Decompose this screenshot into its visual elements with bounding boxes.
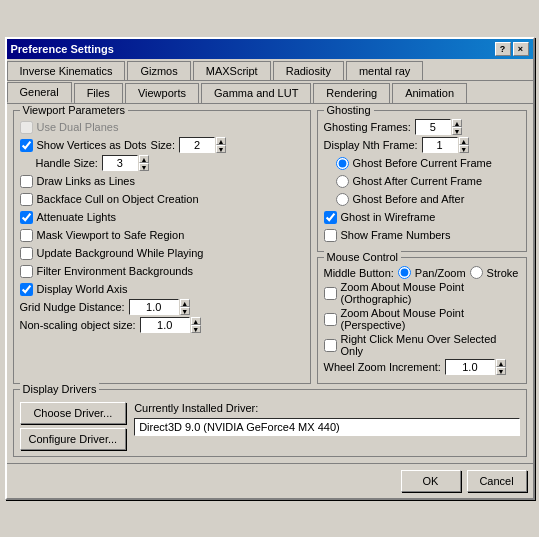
filter-environment-checkbox[interactable] [20, 265, 33, 278]
tab-radiosity[interactable]: Radiosity [273, 61, 344, 80]
middle-button-label: Middle Button: [324, 267, 394, 279]
display-nth-input[interactable]: 1 [422, 137, 458, 153]
grid-nudge-spinner: 1.0 ▲ ▼ [129, 299, 190, 315]
attenuate-lights-row: Attenuate Lights [20, 209, 304, 225]
update-background-label: Update Background While Playing [37, 247, 204, 259]
pan-zoom-radio[interactable] [398, 266, 411, 279]
tab-animation[interactable]: Animation [392, 83, 467, 103]
backface-cull-row: Backface Cull on Object Creation [20, 191, 304, 207]
tab-mental-ray[interactable]: mental ray [346, 61, 423, 80]
tab-viewports[interactable]: Viewports [125, 83, 199, 103]
tab-general[interactable]: General [7, 82, 72, 103]
wheel-zoom-label: Wheel Zoom Increment: [324, 361, 441, 373]
show-vertices-checkbox[interactable] [20, 139, 33, 152]
non-scaling-input[interactable]: 1.0 [140, 317, 190, 333]
handle-size-label: Handle Size: [20, 157, 98, 169]
zoom-persp-checkbox[interactable] [324, 313, 337, 326]
tab-files[interactable]: Files [74, 83, 123, 103]
backface-cull-checkbox[interactable] [20, 193, 33, 206]
zoom-persp-row: Zoom About Mouse Point (Perspective) [324, 307, 520, 331]
ghosting-frames-up-btn[interactable]: ▲ [452, 119, 462, 127]
size-up-btn[interactable]: ▲ [216, 137, 226, 145]
handle-size-input[interactable]: 3 [102, 155, 138, 171]
filter-environment-label: Filter Environment Backgrounds [37, 265, 194, 277]
ok-button[interactable]: OK [401, 470, 461, 492]
ghosting-group: Ghosting Ghosting Frames: 5 ▲ ▼ [317, 110, 527, 252]
wheel-zoom-down-btn[interactable]: ▼ [496, 367, 506, 375]
ghosting-inner: Ghosting Frames: 5 ▲ ▼ Display Nth Frame… [324, 119, 520, 243]
attenuate-lights-checkbox[interactable] [20, 211, 33, 224]
grid-nudge-up-btn[interactable]: ▲ [180, 299, 190, 307]
tab-rendering[interactable]: Rendering [313, 83, 390, 103]
display-nth-label: Display Nth Frame: [324, 139, 418, 151]
show-vertices-row: Show Vertices as Dots Size: 2 ▲ ▼ [20, 137, 304, 153]
right-click-checkbox[interactable] [324, 339, 337, 352]
wheel-zoom-up-btn[interactable]: ▲ [496, 359, 506, 367]
pan-zoom-label: Pan/Zoom [415, 267, 466, 279]
choose-driver-button[interactable]: Choose Driver... [20, 402, 127, 424]
ghost-before-after-label: Ghost Before and After [353, 193, 465, 205]
ghost-before-row: Ghost Before Current Frame [324, 155, 520, 171]
draw-links-label: Draw Links as Lines [37, 175, 135, 187]
update-background-checkbox[interactable] [20, 247, 33, 260]
display-drivers-inner: Choose Driver... Configure Driver... Cur… [20, 394, 520, 450]
stroke-radio[interactable] [470, 266, 483, 279]
ghosting-frames-down-btn[interactable]: ▼ [452, 127, 462, 135]
content-area: Viewport Parameters Use Dual Planes Show… [7, 104, 533, 463]
show-frame-numbers-checkbox[interactable] [324, 229, 337, 242]
tab-maxscript[interactable]: MAXScript [193, 61, 271, 80]
size-input[interactable]: 2 [179, 137, 215, 153]
tab-gamma-lut[interactable]: Gamma and LUT [201, 83, 311, 103]
grid-nudge-label: Grid Nudge Distance: [20, 301, 125, 313]
grid-nudge-input[interactable]: 1.0 [129, 299, 179, 315]
stroke-label: Stroke [487, 267, 519, 279]
draw-links-row: Draw Links as Lines [20, 173, 304, 189]
drivers-buttons: Choose Driver... Configure Driver... [20, 402, 127, 450]
size-label: Size: [151, 139, 175, 151]
middle-button-row: Middle Button: Pan/Zoom Stroke [324, 266, 520, 279]
mask-viewport-checkbox[interactable] [20, 229, 33, 242]
show-frame-numbers-label: Show Frame Numbers [341, 229, 451, 241]
tab-gizmos[interactable]: Gizmos [127, 61, 190, 80]
grid-nudge-down-btn[interactable]: ▼ [180, 307, 190, 315]
use-dual-planes-checkbox[interactable] [20, 121, 33, 134]
wheel-zoom-input[interactable]: 1.0 [445, 359, 495, 375]
ghosting-frames-input[interactable]: 5 [415, 119, 451, 135]
ghost-wireframe-checkbox[interactable] [324, 211, 337, 224]
backface-cull-label: Backface Cull on Object Creation [37, 193, 199, 205]
handle-size-up-btn[interactable]: ▲ [139, 155, 149, 163]
non-scaling-up-btn[interactable]: ▲ [191, 317, 201, 325]
configure-driver-button[interactable]: Configure Driver... [20, 428, 127, 450]
zoom-ortho-row: Zoom About Mouse Point (Orthographic) [324, 281, 520, 305]
filter-environment-row: Filter Environment Backgrounds [20, 263, 304, 279]
display-nth-down-btn[interactable]: ▼ [459, 145, 469, 153]
ghost-before-after-radio[interactable] [336, 193, 349, 206]
close-button[interactable]: × [513, 42, 529, 56]
ghost-before-label: Ghost Before Current Frame [353, 157, 492, 169]
installed-driver-label: Currently Installed Driver: [134, 402, 519, 414]
non-scaling-row: Non-scaling object size: 1.0 ▲ ▼ [20, 317, 304, 333]
ghost-wireframe-label: Ghost in Wireframe [341, 211, 436, 223]
handle-size-down-btn[interactable]: ▼ [139, 163, 149, 171]
use-dual-planes-label: Use Dual Planes [37, 121, 119, 133]
size-down-btn[interactable]: ▼ [216, 145, 226, 153]
ghost-before-radio[interactable] [336, 157, 349, 170]
right-click-row: Right Click Menu Over Selected Only [324, 333, 520, 357]
ghost-after-row: Ghost After Current Frame [324, 173, 520, 189]
zoom-ortho-checkbox[interactable] [324, 287, 337, 300]
display-nth-spinner-btns: ▲ ▼ [459, 137, 469, 153]
non-scaling-down-btn[interactable]: ▼ [191, 325, 201, 333]
draw-links-checkbox[interactable] [20, 175, 33, 188]
display-nth-up-btn[interactable]: ▲ [459, 137, 469, 145]
non-scaling-spinner: 1.0 ▲ ▼ [140, 317, 201, 333]
cancel-button[interactable]: Cancel [467, 470, 527, 492]
viewport-params-inner: Use Dual Planes Show Vertices as Dots Si… [20, 119, 304, 333]
ghost-after-radio[interactable] [336, 175, 349, 188]
handle-size-spinner-btns: ▲ ▼ [139, 155, 149, 171]
help-button[interactable]: ? [495, 42, 511, 56]
display-drivers-group: Display Drivers Choose Driver... Configu… [13, 389, 527, 457]
display-world-checkbox[interactable] [20, 283, 33, 296]
tab-inverse-kinematics[interactable]: Inverse Kinematics [7, 61, 126, 80]
ghost-after-label: Ghost After Current Frame [353, 175, 483, 187]
mask-viewport-label: Mask Viewport to Safe Region [37, 229, 185, 241]
